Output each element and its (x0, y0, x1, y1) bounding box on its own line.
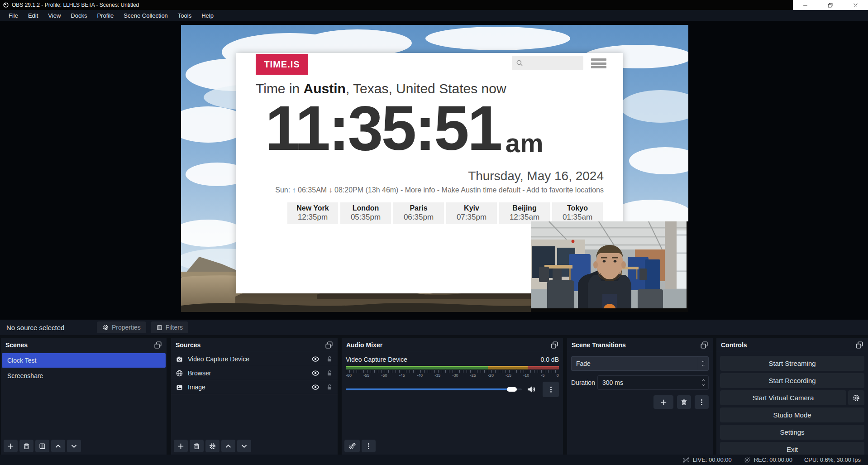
popout-icon[interactable] (154, 341, 162, 349)
transitions-header: Scene Transitions (567, 338, 713, 352)
start-streaming-button[interactable]: Start Streaming (720, 356, 864, 371)
duration-value[interactable]: 300 ms (598, 379, 698, 386)
menu-edit[interactable]: Edit (23, 11, 43, 20)
timeis-logo[interactable]: TIME.IS (256, 54, 308, 75)
menu-bar: File Edit View Docks Profile Scene Colle… (0, 10, 868, 21)
menu-docks[interactable]: Docks (66, 11, 92, 20)
transition-select-chevrons[interactable] (698, 356, 709, 371)
minimize-icon[interactable] (802, 2, 809, 9)
duration-spinner-chevrons[interactable] (698, 378, 708, 387)
visibility-eye-icon[interactable] (311, 369, 320, 377)
volume-slider[interactable] (346, 387, 522, 392)
chevron-down-icon (701, 383, 706, 387)
trash-icon (23, 442, 30, 450)
globe-icon (176, 369, 183, 377)
remove-transition-button[interactable] (677, 395, 691, 409)
visibility-eye-icon[interactable] (311, 355, 320, 363)
move-source-up-button[interactable] (221, 440, 235, 452)
chevron-down-icon (70, 442, 78, 450)
timeis-clock: 11:35:51 am (265, 96, 544, 160)
add-scene-button[interactable] (4, 440, 18, 452)
filters-icon (156, 324, 163, 331)
city-tile[interactable]: Beijing12:35am (499, 202, 550, 224)
volume-slider-handle[interactable] (507, 387, 517, 392)
popout-icon[interactable] (855, 341, 863, 349)
scenes-toolbar (4, 440, 81, 452)
sources-panel: Sources Video Capture Device Browser Ima… (171, 338, 338, 455)
mixer-toolbar (344, 440, 376, 452)
make-default-link[interactable]: Make Austin time default (442, 186, 520, 194)
start-virtual-camera-button[interactable]: Start Virtual Camera (720, 390, 846, 405)
city-tile[interactable]: Tokyo01:35am (552, 202, 603, 224)
city-tile[interactable]: New York12:35pm (287, 202, 338, 224)
mixer-channel-name: Video Capture Device (346, 356, 407, 363)
move-scene-down-button[interactable] (67, 440, 81, 452)
source-row-browser[interactable]: Browser (171, 366, 338, 380)
scene-filters-button[interactable] (35, 440, 49, 452)
remove-scene-button[interactable] (19, 440, 33, 452)
menu-profile[interactable]: Profile (92, 11, 119, 20)
timeis-search-box[interactable] (512, 56, 583, 70)
studio-mode-button[interactable]: Studio Mode (720, 407, 864, 422)
city-tile[interactable]: Kyiv07:35pm (446, 202, 497, 224)
add-transition-button[interactable] (653, 395, 673, 409)
remove-source-button[interactable] (190, 440, 204, 452)
speaker-icon[interactable] (526, 384, 536, 394)
add-favorite-link[interactable]: Add to favorite locations (526, 186, 604, 194)
scene-transitions-panel: Scene Transitions Fade Duration 300 ms (567, 338, 713, 455)
webcam-video-overlay[interactable] (531, 221, 688, 312)
menu-file[interactable]: File (4, 11, 23, 20)
add-source-button[interactable] (174, 440, 188, 452)
transitions-title: Scene Transitions (572, 341, 626, 349)
gear-icon (852, 394, 860, 402)
source-row-video-capture[interactable]: Video Capture Device (171, 352, 338, 366)
transition-select[interactable]: Fade (571, 356, 709, 371)
visibility-eye-icon[interactable] (311, 383, 320, 391)
mixer-channel-menu-button[interactable] (543, 382, 559, 397)
lock-icon[interactable] (326, 355, 333, 363)
restore-icon[interactable] (827, 2, 834, 9)
advanced-audio-button[interactable] (344, 440, 360, 452)
duration-spinner[interactable]: 300 ms (597, 375, 709, 390)
popout-icon[interactable] (700, 341, 708, 349)
settings-button[interactable]: Settings (720, 425, 864, 440)
source-row-image[interactable]: Image (171, 380, 338, 394)
plus-icon (177, 442, 185, 450)
selected-source-toolbar: No source selected Properties Filters (0, 320, 868, 335)
popout-icon[interactable] (325, 341, 333, 349)
window-title: OBS 29.1.2 - Profile: LLHLS BETA - Scene… (12, 2, 139, 8)
transition-menu-button[interactable] (695, 395, 709, 409)
city-tile[interactable]: London05:35pm (340, 202, 391, 224)
trash-icon (680, 398, 688, 406)
lock-icon[interactable] (326, 384, 333, 391)
hamburger-menu-icon[interactable] (591, 58, 606, 68)
start-recording-button[interactable]: Start Recording (720, 373, 864, 388)
chevron-up-icon (224, 442, 232, 450)
scene-item-clock-test[interactable]: Clock Test (2, 353, 166, 368)
virtual-camera-settings-button[interactable] (848, 390, 864, 405)
close-icon[interactable] (852, 2, 859, 9)
source-properties-button[interactable] (205, 440, 219, 452)
mixer-channel: Video Capture Device 0.0 dB -60-55 -50-4… (342, 352, 563, 397)
filters-button[interactable]: Filters (151, 321, 188, 333)
more-info-link[interactable]: More info (405, 186, 435, 194)
menu-view[interactable]: View (43, 11, 66, 20)
audio-mixer-header: Audio Mixer (342, 338, 563, 352)
mixer-menu-button[interactable] (362, 440, 376, 452)
city-tile[interactable]: Paris06:35pm (393, 202, 444, 224)
move-source-down-button[interactable] (237, 440, 251, 452)
search-icon (515, 59, 524, 67)
mixer-level-db: 0.0 dB (541, 356, 559, 363)
scene-item-screenshare[interactable]: Screenshare (2, 369, 166, 383)
world-cities-row: New York12:35pm London05:35pm Paris06:35… (287, 202, 603, 224)
lock-icon[interactable] (326, 369, 333, 377)
menu-scene-collection[interactable]: Scene Collection (119, 11, 173, 20)
popout-icon[interactable] (550, 341, 558, 349)
audio-mixer-panel: Audio Mixer Video Capture Device 0.0 dB … (342, 338, 563, 455)
transition-selected-value[interactable]: Fade (571, 356, 698, 371)
menu-tools[interactable]: Tools (173, 11, 196, 20)
move-scene-up-button[interactable] (51, 440, 65, 452)
properties-button[interactable]: Properties (97, 321, 146, 333)
menu-help[interactable]: Help (196, 11, 219, 20)
program-preview[interactable]: TIME.IS Time in Austin, Texas, United St… (181, 25, 688, 312)
